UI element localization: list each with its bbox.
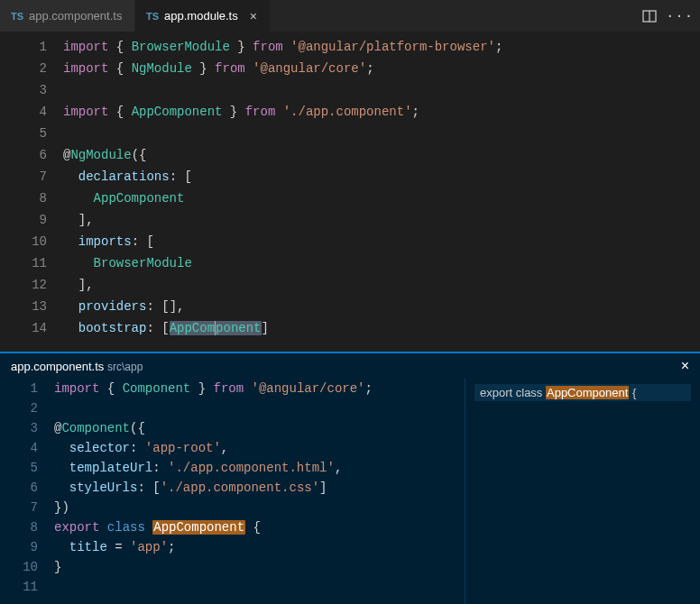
peek-gutter: 123 456 789 1011 [0, 379, 54, 604]
peek-code-body[interactable]: import { Component } from '@angular/core… [54, 379, 465, 604]
peek-path: src\app [107, 361, 143, 373]
tab-app-module[interactable]: TS app.module.ts × [135, 0, 271, 32]
editor-main[interactable]: 123 456 789 101112 1314 import { Browser… [0, 32, 700, 352]
ts-icon: TS [11, 11, 23, 22]
peek-reference-item[interactable]: export class AppComponent { [474, 384, 691, 401]
tab-label: app.component.ts [29, 9, 122, 23]
close-icon[interactable]: × [681, 358, 689, 374]
tab-app-component[interactable]: TS app.component.ts [0, 0, 135, 32]
peek-editor[interactable]: 123 456 789 1011 import { Component } fr… [0, 379, 465, 604]
line-gutter: 123 456 789 101112 1314 [0, 32, 63, 352]
more-actions-icon[interactable]: ··· [671, 7, 689, 25]
peek-references-list[interactable]: export class AppComponent { [465, 379, 700, 604]
tab-label: app.module.ts [164, 9, 238, 23]
close-icon[interactable]: × [248, 9, 259, 23]
ts-icon: TS [146, 11, 159, 22]
tab-bar: TS app.component.ts TS app.module.ts × ·… [0, 0, 700, 32]
split-editor-icon[interactable] [640, 7, 659, 25]
peek-view: app.component.ts src\app × 123 456 789 1… [0, 352, 700, 604]
code-body[interactable]: import { BrowserModule } from '@angular/… [63, 32, 700, 352]
tab-actions: ··· [640, 0, 700, 32]
peek-title: app.component.ts [11, 360, 104, 373]
peek-header: app.component.ts src\app × [0, 353, 700, 379]
